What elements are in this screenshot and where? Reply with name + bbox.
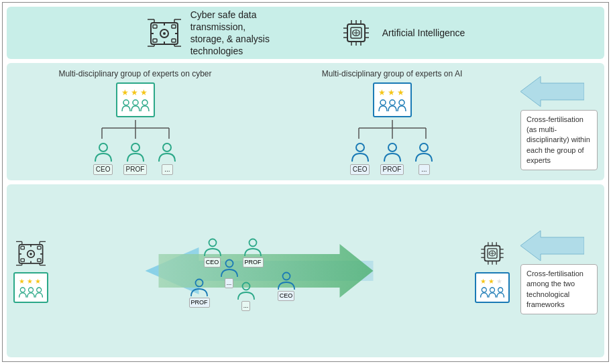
svg-point-96 <box>242 283 249 290</box>
ai-icon <box>338 15 374 51</box>
left-arrow-mid <box>520 73 584 110</box>
cyber-ceo-label: CEO <box>93 164 113 175</box>
ai-member-etc: ... <box>413 141 435 175</box>
svg-text:★: ★ <box>19 278 25 285</box>
bot-ai-icon <box>478 239 507 268</box>
svg-rect-8 <box>172 25 176 28</box>
svg-marker-63 <box>520 76 584 107</box>
bot-ceo-blue-label: CEO <box>278 291 295 301</box>
tree-lines-ai <box>345 120 439 139</box>
svg-rect-9 <box>153 39 157 42</box>
ai-expert-group: Multi-disciplinary group of experts on A… <box>270 69 514 175</box>
svg-point-94 <box>282 273 290 280</box>
bot-section: ★ ★ ★ <box>7 184 604 357</box>
bot-etc-green-label: ... <box>241 301 251 311</box>
svg-text:★: ★ <box>27 278 33 285</box>
ai-member-prof: PROF <box>380 141 404 175</box>
svg-point-91 <box>209 239 216 247</box>
svg-point-46 <box>99 143 107 151</box>
bot-group-icon-green: ★ ★ ★ <box>13 272 48 303</box>
top-section: Cyber safe data transmission,storage, & … <box>7 7 604 59</box>
svg-rect-72 <box>38 246 41 249</box>
bot-cyber-icon <box>16 239 46 268</box>
cyber-label: Cyber safe data transmission,storage, & … <box>190 9 298 58</box>
bot-ceo-blue: CEO <box>276 271 296 301</box>
svg-point-53 <box>390 100 395 105</box>
svg-rect-74 <box>38 259 41 261</box>
svg-point-62 <box>420 143 428 151</box>
cyber-member-etc: ... <box>156 141 178 175</box>
bot-people: CEO PROF ... CEO <box>182 234 337 308</box>
expert-groups: Multi-disciplinary group of experts on c… <box>13 69 514 175</box>
svg-text:★: ★ <box>131 88 138 97</box>
bot-prof-green: PROF <box>243 237 264 267</box>
svg-point-87 <box>29 288 34 292</box>
svg-point-88 <box>37 288 42 292</box>
svg-point-47 <box>131 143 140 151</box>
svg-point-2 <box>163 32 166 35</box>
ai-group-icon: ★ ★ ★ <box>373 82 412 117</box>
ai-ceo-label: CEO <box>350 164 370 175</box>
ai-etc-label: ... <box>419 164 429 175</box>
svg-text:★: ★ <box>388 88 395 97</box>
svg-point-92 <box>249 239 257 247</box>
ai-group-label: Multi-disciplinary group of experts on A… <box>322 69 462 78</box>
svg-text:★: ★ <box>488 278 494 285</box>
svg-point-60 <box>356 143 364 151</box>
svg-rect-73 <box>21 259 24 261</box>
svg-point-38 <box>123 100 129 105</box>
svg-point-48 <box>163 143 171 151</box>
ai-label: Artificial Intelligence <box>382 27 465 39</box>
svg-point-40 <box>142 100 148 105</box>
svg-point-116 <box>482 288 486 292</box>
svg-rect-71 <box>21 246 24 249</box>
svg-text:★: ★ <box>35 278 41 285</box>
tree-lines-cyber <box>89 120 182 139</box>
cyber-members: CEO PROF ... <box>93 141 178 175</box>
svg-text:★: ★ <box>397 88 404 97</box>
bot-group-icon-blue: ★ ★ ★ <box>475 272 510 303</box>
cyber-item: Cyber safe data transmission,storage, & … <box>146 9 298 58</box>
svg-marker-119 <box>520 231 584 261</box>
svg-point-54 <box>399 100 404 105</box>
cross-text-mid: Cross-fertilisation (as multi-disciplina… <box>520 110 598 171</box>
svg-point-86 <box>20 288 25 292</box>
svg-point-52 <box>380 100 386 105</box>
mid-section: Multi-disciplinary group of experts on c… <box>7 63 604 180</box>
cyber-group-icon: ★ ★ ★ <box>116 82 155 117</box>
bot-left-icons: ★ ★ ★ <box>13 239 48 303</box>
ai-member-ceo: CEO <box>349 141 371 175</box>
bot-etc-blue-label: ... <box>225 278 234 288</box>
cyber-etc-label: ... <box>162 164 172 175</box>
svg-point-93 <box>225 260 233 267</box>
cross-box-bot: Cross-fertilisation among the two techno… <box>520 227 598 315</box>
svg-point-95 <box>196 280 203 287</box>
cyber-member-prof: PROF <box>123 141 148 175</box>
svg-text:★: ★ <box>496 278 502 285</box>
cross-box-mid: Cross-fertilisation (as multi-disciplina… <box>520 73 598 171</box>
bot-prof-blue-label: PROF <box>189 298 210 308</box>
svg-text:★: ★ <box>121 88 129 97</box>
cyber-icon <box>146 15 182 51</box>
svg-point-66 <box>30 253 32 255</box>
ai-members: CEO PROF ... <box>349 141 435 175</box>
svg-rect-10 <box>172 39 176 42</box>
svg-point-118 <box>498 288 502 292</box>
svg-point-117 <box>490 288 494 292</box>
svg-text:★: ★ <box>480 278 486 285</box>
cross-text-bot: Cross-fertilisation among the two techno… <box>520 264 598 315</box>
bot-etc-green: ... <box>236 281 256 311</box>
ai-prof-label: PROF <box>380 164 404 175</box>
bot-prof-blue: PROF <box>189 278 210 308</box>
bot-center: CEO PROF ... CEO <box>55 234 463 308</box>
svg-text:★: ★ <box>140 88 148 97</box>
cyber-expert-group: Multi-disciplinary group of experts on c… <box>13 69 257 175</box>
svg-point-61 <box>388 143 396 151</box>
left-arrow-bot <box>520 227 584 264</box>
bot-ceo-green-1-label: CEO <box>204 257 221 267</box>
main-container: Cyber safe data transmission,storage, & … <box>2 2 609 362</box>
cyber-member-ceo: CEO <box>93 141 114 175</box>
cyber-group-label: Multi-disciplinary group of experts on c… <box>58 69 211 78</box>
bot-prof-green-label: PROF <box>243 257 264 267</box>
bot-right-icons: ★ ★ ★ <box>470 239 514 303</box>
